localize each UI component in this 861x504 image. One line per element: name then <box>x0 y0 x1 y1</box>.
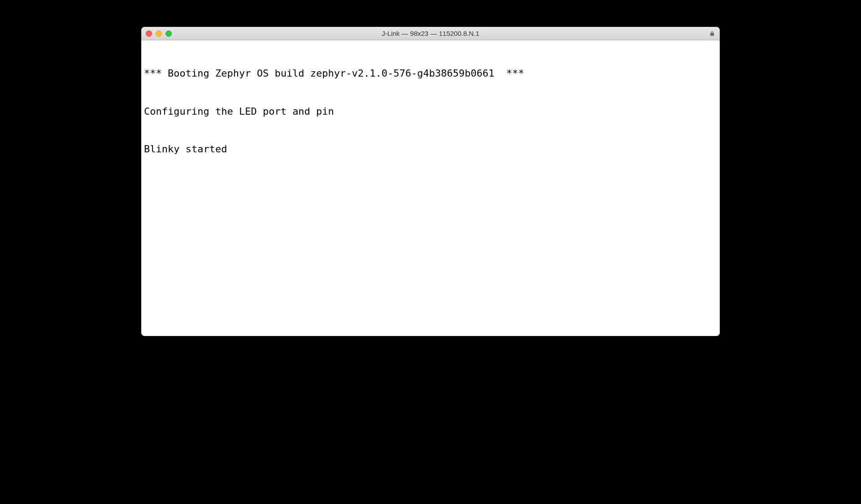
terminal-content[interactable]: *** Booting Zephyr OS build zephyr-v2.1.… <box>141 40 720 336</box>
terminal-window: J-Link — 98x23 — 115200.8.N.1 *** Bootin… <box>141 27 720 336</box>
minimize-button[interactable] <box>156 30 162 37</box>
lock-indicator <box>709 30 715 37</box>
terminal-line: Blinky started <box>144 143 717 155</box>
zoom-button[interactable] <box>165 30 172 37</box>
terminal-line: *** Booting Zephyr OS build zephyr-v2.1.… <box>144 67 717 80</box>
lock-icon <box>709 30 715 37</box>
close-button[interactable] <box>146 30 152 37</box>
window-title: J-Link — 98x23 — 115200.8.N.1 <box>382 30 479 37</box>
traffic-lights <box>146 30 172 37</box>
terminal-line: Configuring the LED port and pin <box>144 105 717 118</box>
window-titlebar[interactable]: J-Link — 98x23 — 115200.8.N.1 <box>141 27 720 40</box>
